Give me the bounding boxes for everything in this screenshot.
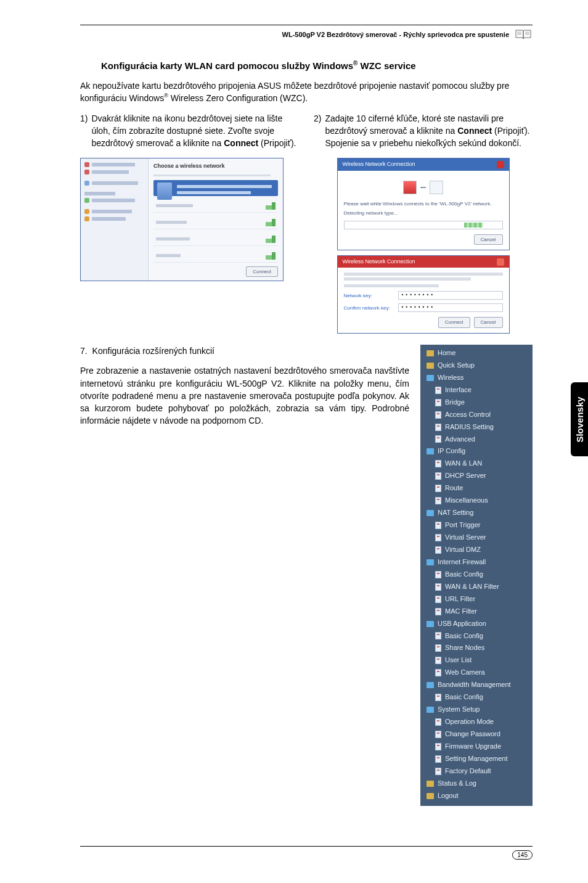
menu-label: NAT Setting <box>438 508 473 518</box>
menu-subitem-interface[interactable]: Interface <box>420 384 533 396</box>
connect-bold: Connect <box>224 138 258 148</box>
menu-subitem-change-password[interactable]: Change Password <box>420 728 533 741</box>
menu-item-internet-firewall[interactable]: Internet Firewall <box>420 556 533 569</box>
menu-subitem-basic-config[interactable]: Basic Config <box>420 569 533 581</box>
network-row <box>153 216 278 229</box>
menu-label: Firmware Upgrade <box>445 742 501 752</box>
page-icon <box>435 743 441 750</box>
page-icon <box>435 546 441 554</box>
page-icon <box>435 460 441 467</box>
menu-subitem-setting-management[interactable]: Setting Management <box>420 753 533 765</box>
column-right: 2) Zadajte 10 ciferné kľúče, ktoré ste n… <box>314 112 533 334</box>
folder-icon <box>427 363 434 369</box>
step-body: Dvakrát kliknite na ikonu bezdrôtovej si… <box>91 112 299 150</box>
step-body: Zadajte 10 ciferné kľúče, ktoré ste nast… <box>325 112 533 150</box>
menu-item-wireless[interactable]: Wireless <box>420 372 533 384</box>
menu-label: DHCP Server <box>445 471 486 481</box>
menu-subitem-advanced[interactable]: Advanced <box>420 433 533 446</box>
menu-label: Wireless <box>438 373 463 383</box>
folder-icon <box>427 350 434 356</box>
page-icon <box>435 411 441 419</box>
menu-label: MAC Filter <box>445 607 477 617</box>
menu-subitem-virtual-dmz[interactable]: Virtual DMZ <box>420 544 533 556</box>
cancel-button[interactable]: Cancel <box>474 234 503 245</box>
network-row <box>153 233 278 246</box>
menu-item-system-setup[interactable]: System Setup <box>420 704 533 716</box>
menu-label: Interface <box>445 385 472 395</box>
confirm-key-input[interactable]: •••••••• <box>398 303 503 312</box>
network-icon <box>430 181 443 194</box>
menu-item-bandwidth-management[interactable]: Bandwidth Management <box>420 679 533 691</box>
menu-label: Port Trigger <box>445 520 480 530</box>
section-7-title: Konfigurácia rozšírených funkcií <box>92 346 214 356</box>
menu-subitem-operation-mode[interactable]: Operation Mode <box>420 716 533 728</box>
menu-label: WAN & LAN Filter <box>445 582 499 592</box>
footer-rule <box>80 846 533 847</box>
menu-item-logout[interactable]: Logout <box>420 790 533 802</box>
menu-subitem-web-camera[interactable]: Web Camera <box>420 667 533 679</box>
step-number: 1) <box>80 112 88 150</box>
page-icon <box>435 424 441 431</box>
menu-subitem-wan-lan-filter[interactable]: WAN & LAN Filter <box>420 581 533 593</box>
menu-subitem-access-control[interactable]: Access Control <box>420 409 533 421</box>
menu-label: Miscellaneous <box>445 496 488 506</box>
dialog-status: Detecting network type... <box>344 210 503 217</box>
menu-subitem-firmware-upgrade[interactable]: Firmware Upgrade <box>420 741 533 753</box>
menu-subitem-factory-default[interactable]: Factory Default <box>420 765 533 778</box>
page-icon <box>435 718 441 726</box>
menu-label: IP Config <box>438 446 465 456</box>
page-icon <box>435 632 441 639</box>
menu-item-status-log[interactable]: Status & Log <box>420 778 533 790</box>
folder-icon <box>427 793 434 799</box>
menu-label: Virtual DMZ <box>445 545 481 555</box>
connect-button[interactable]: Connect <box>246 266 278 277</box>
dialog-title: Wireless Network Connection <box>343 160 415 168</box>
step-1: 1) Dvakrát kliknite na ikonu bezdrôtovej… <box>80 112 299 150</box>
page-icon <box>435 497 441 504</box>
menu-subitem-radius-setting[interactable]: RADIUS Setting <box>420 421 533 433</box>
menu-subitem-bridge[interactable]: Bridge <box>420 396 533 409</box>
menu-item-home[interactable]: Home <box>420 347 533 359</box>
close-icon[interactable] <box>497 258 504 266</box>
page-icon <box>435 522 441 529</box>
network-key-input[interactable]: •••••••• <box>398 291 503 300</box>
menu-subitem-virtual-server[interactable]: Virtual Server <box>420 532 533 544</box>
section-7: 7. Konfigurácia rozšírených funkcií Pre … <box>80 345 533 806</box>
header-rule <box>80 25 533 25</box>
page-icon <box>435 731 441 738</box>
menu-subitem-basic-config[interactable]: Basic Config <box>420 630 533 643</box>
connection-dialogs-screenshot: Wireless Network Connection ••• Please w… <box>337 158 510 333</box>
folder-open-icon <box>427 621 434 627</box>
menu-subitem-mac-filter[interactable]: MAC Filter <box>420 606 533 618</box>
close-icon[interactable] <box>497 161 504 168</box>
menu-subitem-url-filter[interactable]: URL Filter <box>420 593 533 606</box>
network-list-panel: Choose a wireless network Connect <box>149 158 283 281</box>
connect-button[interactable]: Connect <box>438 317 470 328</box>
section-title: Konfigurácia karty WLAN card pomocou slu… <box>101 60 533 71</box>
choose-network-heading: Choose a wireless network <box>153 162 278 170</box>
page-icon <box>435 472 441 480</box>
menu-subitem-wan-lan[interactable]: WAN & LAN <box>420 458 533 470</box>
page-icon <box>435 669 441 676</box>
menu-subitem-route[interactable]: Route <box>420 482 533 495</box>
folder-open-icon <box>427 510 434 516</box>
page-icon <box>435 596 441 603</box>
menu-label: Factory Default <box>445 766 491 776</box>
menu-item-nat-setting[interactable]: NAT Setting <box>420 507 533 519</box>
menu-subitem-dhcp-server[interactable]: DHCP Server <box>420 470 533 482</box>
menu-label: Route <box>445 483 463 493</box>
menu-subitem-port-trigger[interactable]: Port Trigger <box>420 519 533 532</box>
cancel-button[interactable]: Cancel <box>474 317 503 328</box>
folder-open-icon <box>427 559 434 565</box>
menu-subitem-share-nodes[interactable]: Share Nodes <box>420 642 533 654</box>
menu-item-usb-application[interactable]: USB Application <box>420 618 533 630</box>
menu-label: Access Control <box>445 410 491 420</box>
menu-item-quick-setup[interactable]: Quick Setup <box>420 359 533 372</box>
menu-subitem-miscellaneous[interactable]: Miscellaneous <box>420 495 533 507</box>
menu-item-ip-config[interactable]: IP Config <box>420 445 533 458</box>
menu-label: USB Application <box>438 619 486 629</box>
header-title: WL-500gP V2 Bezdrôtový smerovač - Rýchly… <box>282 31 509 38</box>
page-icon <box>435 435 441 443</box>
menu-subitem-user-list[interactable]: User List <box>420 654 533 667</box>
menu-subitem-basic-config[interactable]: Basic Config <box>420 691 533 704</box>
